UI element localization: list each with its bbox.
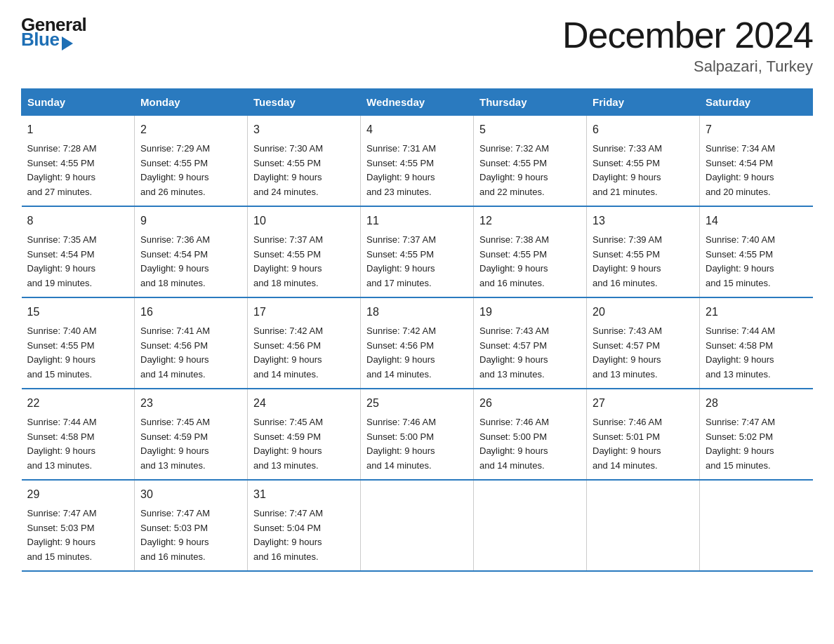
day-number: 28 xyxy=(706,395,807,412)
day-number: 30 xyxy=(140,486,241,504)
cell-3-5: 19Sunrise: 7:43 AMSunset: 4:57 PMDayligh… xyxy=(474,297,587,389)
cell-3-3: 17Sunrise: 7:42 AMSunset: 4:56 PMDayligh… xyxy=(248,297,361,389)
cell-content: Sunrise: 7:37 AMSunset: 4:55 PMDaylight:… xyxy=(366,233,468,291)
cell-1-4: 4Sunrise: 7:31 AMSunset: 4:55 PMDaylight… xyxy=(361,116,474,206)
page-title: December 2024 xyxy=(562,14,813,56)
cell-4-3: 24Sunrise: 7:45 AMSunset: 4:59 PMDayligh… xyxy=(248,389,361,480)
cell-content: Sunrise: 7:38 AMSunset: 4:55 PMDaylight:… xyxy=(479,233,581,291)
cell-4-2: 23Sunrise: 7:45 AMSunset: 4:59 PMDayligh… xyxy=(135,389,248,480)
day-number: 9 xyxy=(140,213,241,230)
calendar-table: SundayMondayTuesdayWednesdayThursdayFrid… xyxy=(21,88,813,572)
page-subtitle: Salpazari, Turkey xyxy=(562,58,813,76)
day-number: 13 xyxy=(593,213,694,230)
cell-content: Sunrise: 7:37 AMSunset: 4:55 PMDaylight:… xyxy=(253,233,355,291)
cell-content: Sunrise: 7:46 AMSunset: 5:00 PMDaylight:… xyxy=(479,415,581,474)
cell-content: Sunrise: 7:28 AMSunset: 4:55 PMDaylight:… xyxy=(27,142,129,200)
day-number: 1 xyxy=(27,121,129,139)
day-number: 12 xyxy=(479,213,581,230)
cell-content: Sunrise: 7:47 AMSunset: 5:03 PMDaylight:… xyxy=(27,507,129,565)
day-number: 19 xyxy=(479,304,581,321)
day-number: 17 xyxy=(253,304,355,321)
day-number: 26 xyxy=(479,395,581,412)
day-number: 27 xyxy=(593,395,694,412)
cell-1-1: 1Sunrise: 7:28 AMSunset: 4:55 PMDaylight… xyxy=(22,116,135,206)
cell-2-2: 9Sunrise: 7:36 AMSunset: 4:54 PMDaylight… xyxy=(135,206,248,297)
day-number: 7 xyxy=(706,121,807,139)
cell-2-3: 10Sunrise: 7:37 AMSunset: 4:55 PMDayligh… xyxy=(248,206,361,297)
day-number: 15 xyxy=(27,304,129,321)
cell-content: Sunrise: 7:31 AMSunset: 4:55 PMDaylight:… xyxy=(366,142,468,200)
logo-blue-text: Blue xyxy=(21,29,59,51)
day-number: 23 xyxy=(140,395,241,412)
cell-content: Sunrise: 7:43 AMSunset: 4:57 PMDaylight:… xyxy=(479,324,581,382)
cell-content: Sunrise: 7:43 AMSunset: 4:57 PMDaylight:… xyxy=(593,324,694,382)
cell-content: Sunrise: 7:42 AMSunset: 4:56 PMDaylight:… xyxy=(253,324,355,382)
calendar-header-row: SundayMondayTuesdayWednesdayThursdayFrid… xyxy=(22,89,813,116)
cell-content: Sunrise: 7:33 AMSunset: 4:55 PMDaylight:… xyxy=(593,142,694,200)
week-row-3: 15Sunrise: 7:40 AMSunset: 4:55 PMDayligh… xyxy=(22,297,813,389)
cell-content: Sunrise: 7:39 AMSunset: 4:55 PMDaylight:… xyxy=(593,233,694,291)
day-number: 22 xyxy=(27,395,129,412)
day-number: 18 xyxy=(366,304,468,321)
cell-5-6 xyxy=(587,480,700,571)
header-friday: Friday xyxy=(587,89,700,116)
cell-4-7: 28Sunrise: 7:47 AMSunset: 5:02 PMDayligh… xyxy=(700,389,813,480)
cell-content: Sunrise: 7:47 AMSunset: 5:02 PMDaylight:… xyxy=(706,415,807,474)
cell-4-4: 25Sunrise: 7:46 AMSunset: 5:00 PMDayligh… xyxy=(361,389,474,480)
cell-content: Sunrise: 7:42 AMSunset: 4:56 PMDaylight:… xyxy=(366,324,468,382)
cell-5-7 xyxy=(700,480,813,571)
day-number: 5 xyxy=(479,121,581,139)
cell-content: Sunrise: 7:47 AMSunset: 5:03 PMDaylight:… xyxy=(140,507,241,565)
day-number: 25 xyxy=(366,395,468,412)
cell-5-4 xyxy=(361,480,474,571)
cell-content: Sunrise: 7:29 AMSunset: 4:55 PMDaylight:… xyxy=(140,142,241,200)
cell-3-1: 15Sunrise: 7:40 AMSunset: 4:55 PMDayligh… xyxy=(22,297,135,389)
cell-4-5: 26Sunrise: 7:46 AMSunset: 5:00 PMDayligh… xyxy=(474,389,587,480)
cell-content: Sunrise: 7:41 AMSunset: 4:56 PMDaylight:… xyxy=(140,324,241,382)
day-number: 3 xyxy=(253,121,355,139)
cell-2-6: 13Sunrise: 7:39 AMSunset: 4:55 PMDayligh… xyxy=(587,206,700,297)
cell-1-6: 6Sunrise: 7:33 AMSunset: 4:55 PMDaylight… xyxy=(587,116,700,206)
header-saturday: Saturday xyxy=(700,89,813,116)
cell-5-3: 31Sunrise: 7:47 AMSunset: 5:04 PMDayligh… xyxy=(248,480,361,571)
week-row-2: 8Sunrise: 7:35 AMSunset: 4:54 PMDaylight… xyxy=(22,206,813,297)
cell-content: Sunrise: 7:40 AMSunset: 4:55 PMDaylight:… xyxy=(706,233,807,291)
cell-5-1: 29Sunrise: 7:47 AMSunset: 5:03 PMDayligh… xyxy=(22,480,135,571)
cell-content: Sunrise: 7:47 AMSunset: 5:04 PMDaylight:… xyxy=(253,507,355,565)
day-number: 21 xyxy=(706,304,807,321)
day-number: 31 xyxy=(253,486,355,504)
cell-1-5: 5Sunrise: 7:32 AMSunset: 4:55 PMDaylight… xyxy=(474,116,587,206)
logo: General Blue xyxy=(21,14,102,51)
header-thursday: Thursday xyxy=(474,89,587,116)
cell-3-7: 21Sunrise: 7:44 AMSunset: 4:58 PMDayligh… xyxy=(700,297,813,389)
week-row-1: 1Sunrise: 7:28 AMSunset: 4:55 PMDaylight… xyxy=(22,116,813,206)
logo-triangle-icon xyxy=(62,36,73,51)
cell-content: Sunrise: 7:45 AMSunset: 4:59 PMDaylight:… xyxy=(253,415,355,474)
cell-content: Sunrise: 7:44 AMSunset: 4:58 PMDaylight:… xyxy=(27,415,129,474)
cell-content: Sunrise: 7:35 AMSunset: 4:54 PMDaylight:… xyxy=(27,233,129,291)
cell-content: Sunrise: 7:44 AMSunset: 4:58 PMDaylight:… xyxy=(706,324,807,382)
header-sunday: Sunday xyxy=(22,89,135,116)
cell-3-4: 18Sunrise: 7:42 AMSunset: 4:56 PMDayligh… xyxy=(361,297,474,389)
day-number: 14 xyxy=(706,213,807,230)
header-tuesday: Tuesday xyxy=(248,89,361,116)
day-number: 24 xyxy=(253,395,355,412)
cell-content: Sunrise: 7:40 AMSunset: 4:55 PMDaylight:… xyxy=(27,324,129,382)
cell-content: Sunrise: 7:46 AMSunset: 5:01 PMDaylight:… xyxy=(593,415,694,474)
cell-2-5: 12Sunrise: 7:38 AMSunset: 4:55 PMDayligh… xyxy=(474,206,587,297)
title-block: December 2024 Salpazari, Turkey xyxy=(562,14,813,76)
cell-content: Sunrise: 7:45 AMSunset: 4:59 PMDaylight:… xyxy=(140,415,241,474)
week-row-4: 22Sunrise: 7:44 AMSunset: 4:58 PMDayligh… xyxy=(22,389,813,480)
cell-1-2: 2Sunrise: 7:29 AMSunset: 4:55 PMDaylight… xyxy=(135,116,248,206)
cell-1-3: 3Sunrise: 7:30 AMSunset: 4:55 PMDaylight… xyxy=(248,116,361,206)
day-number: 29 xyxy=(27,486,129,504)
cell-1-7: 7Sunrise: 7:34 AMSunset: 4:54 PMDaylight… xyxy=(700,116,813,206)
cell-4-1: 22Sunrise: 7:44 AMSunset: 4:58 PMDayligh… xyxy=(22,389,135,480)
day-number: 6 xyxy=(593,121,694,139)
cell-4-6: 27Sunrise: 7:46 AMSunset: 5:01 PMDayligh… xyxy=(587,389,700,480)
cell-content: Sunrise: 7:46 AMSunset: 5:00 PMDaylight:… xyxy=(366,415,468,474)
cell-content: Sunrise: 7:32 AMSunset: 4:55 PMDaylight:… xyxy=(479,142,581,200)
cell-content: Sunrise: 7:34 AMSunset: 4:54 PMDaylight:… xyxy=(706,142,807,200)
cell-2-4: 11Sunrise: 7:37 AMSunset: 4:55 PMDayligh… xyxy=(361,206,474,297)
day-number: 10 xyxy=(253,213,355,230)
